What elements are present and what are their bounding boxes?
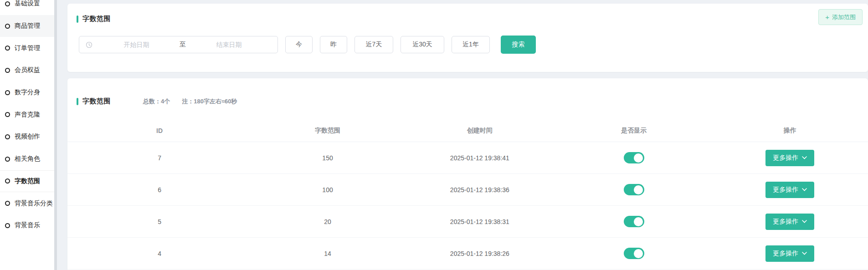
circle-icon <box>5 178 10 183</box>
sidebar-item-label: 基础设置 <box>15 0 40 8</box>
sidebar-item-label: 声音克隆 <box>15 111 40 119</box>
end-date-input[interactable] <box>187 41 271 48</box>
list-summary: 总数：4个 注：180字左右≈60秒 <box>143 97 237 106</box>
chevron-down-icon <box>802 156 807 159</box>
list-card: 字数范围 总数：4个 注：180字左右≈60秒 ID 字数范围 创建时间 是否显… <box>67 78 868 270</box>
cell-created-at: 2025-01-12 19:38:41 <box>404 154 556 162</box>
more-actions-label: 更多操作 <box>773 154 798 162</box>
filter-card-title: 字数范围 <box>77 15 111 23</box>
visibility-toggle[interactable] <box>624 216 644 227</box>
more-actions-button[interactable]: 更多操作 <box>765 150 814 166</box>
sidebar-item-label: 字数范围 <box>15 177 40 185</box>
search-button[interactable]: 搜索 <box>501 36 536 54</box>
filter-row: 至 今 昨 近7天 近30天 近1年 搜索 <box>79 36 536 54</box>
circle-icon <box>5 134 10 139</box>
sidebar-item-digital-avatar[interactable]: 数字分身 <box>0 82 57 104</box>
date-range-picker[interactable]: 至 <box>79 36 278 53</box>
sidebar-item-word-range[interactable]: 字数范围 <box>0 170 57 193</box>
sidebar-item-label: 相关角色 <box>15 155 40 163</box>
column-header-word-range: 字数范围 <box>252 127 404 135</box>
circle-icon <box>5 1 10 6</box>
column-header-actions: 操作 <box>712 127 868 135</box>
quick-range-today[interactable]: 今 <box>285 36 313 53</box>
sidebar-menu: 基础设置 商品管理 订单管理 会员权益 数字分身 声音克隆 <box>0 0 57 237</box>
sidebar-item-label: 商品管理 <box>15 22 40 30</box>
sidebar-item-label: 背景音乐分类 <box>15 199 53 208</box>
column-header-visible: 是否显示 <box>556 127 712 135</box>
main-content: 字数范围 + 添加范围 至 今 <box>57 0 868 270</box>
sidebar-item-order-management[interactable]: 订单管理 <box>0 37 57 59</box>
sidebar-item-label: 背景音乐 <box>15 221 40 229</box>
quick-range-last-30-days[interactable]: 近30天 <box>401 36 444 53</box>
plus-icon: + <box>825 14 829 20</box>
more-actions-label: 更多操作 <box>773 186 798 194</box>
add-range-button[interactable]: + 添加范围 <box>818 9 863 25</box>
circle-icon <box>5 157 10 162</box>
circle-icon <box>5 24 10 29</box>
circle-icon <box>5 201 10 206</box>
chevron-down-icon <box>802 252 807 255</box>
circle-icon <box>5 90 10 95</box>
sidebar-item-voice-clone[interactable]: 声音克隆 <box>0 103 57 126</box>
start-date-input[interactable] <box>94 41 179 48</box>
sidebar-item-bgm-category[interactable]: 背景音乐分类 <box>0 192 57 214</box>
quick-range-last-7-days[interactable]: 近7天 <box>354 36 393 53</box>
quick-range-last-1-year[interactable]: 近1年 <box>452 36 490 53</box>
filter-card: 字数范围 + 添加范围 至 今 <box>67 4 868 72</box>
sidebar-item-member-benefits[interactable]: 会员权益 <box>0 59 57 82</box>
cell-id: 7 <box>67 154 252 162</box>
more-actions-button[interactable]: 更多操作 <box>765 245 814 262</box>
table-row: 5 20 2025-01-12 19:38:31 更多操作 <box>67 206 868 238</box>
note-label: 注：180字左右≈60秒 <box>182 97 237 106</box>
list-title: 字数范围 <box>82 97 111 106</box>
toggle-knob <box>634 249 643 258</box>
visibility-toggle[interactable] <box>624 248 644 259</box>
circle-icon <box>5 112 10 117</box>
sidebar-item-label: 视频创作 <box>15 132 40 141</box>
sidebar: 基础设置 商品管理 订单管理 会员权益 数字分身 声音克隆 <box>0 0 57 270</box>
sidebar-item-label: 数字分身 <box>15 88 40 97</box>
sidebar-item-related-roles[interactable]: 相关角色 <box>0 148 57 170</box>
cell-word-range: 14 <box>252 250 404 257</box>
cell-created-at: 2025-01-12 19:38:36 <box>404 186 556 194</box>
add-range-label: 添加范围 <box>832 13 856 21</box>
circle-icon <box>5 68 10 73</box>
circle-icon <box>5 223 10 228</box>
cell-created-at: 2025-01-12 19:38:31 <box>404 218 556 225</box>
date-separator: 至 <box>179 41 187 49</box>
more-actions-button[interactable]: 更多操作 <box>765 214 814 230</box>
cell-word-range: 150 <box>252 154 404 162</box>
sidebar-item-label: 会员权益 <box>15 66 40 74</box>
cell-id: 6 <box>67 186 252 194</box>
sidebar-item-label: 订单管理 <box>15 44 40 52</box>
circle-icon <box>5 46 10 51</box>
table-row: 7 150 2025-01-12 19:38:41 更多操作 <box>67 142 868 174</box>
sidebar-item-product-management[interactable]: 商品管理 <box>0 15 57 37</box>
sidebar-item-video-creation[interactable]: 视频创作 <box>0 126 57 148</box>
column-header-created-at: 创建时间 <box>404 127 556 135</box>
quick-range-yesterday[interactable]: 昨 <box>320 36 347 53</box>
sidebar-item-basic-settings[interactable]: 基础设置 <box>0 0 57 15</box>
sidebar-scrollbar[interactable] <box>54 0 57 270</box>
table-header-row: ID 字数范围 创建时间 是否显示 操作 <box>67 119 868 142</box>
more-actions-label: 更多操作 <box>773 250 798 258</box>
more-actions-button[interactable]: 更多操作 <box>765 182 814 198</box>
chevron-down-icon <box>802 220 807 223</box>
title-accent-bar <box>77 15 78 23</box>
cell-id: 5 <box>67 218 252 225</box>
column-header-id: ID <box>67 127 252 134</box>
toggle-knob <box>634 185 643 194</box>
toggle-knob <box>634 217 643 226</box>
visibility-toggle[interactable] <box>624 184 644 195</box>
cell-word-range: 100 <box>252 186 404 194</box>
more-actions-label: 更多操作 <box>773 218 798 226</box>
toggle-knob <box>634 153 643 163</box>
table-row: 4 14 2025-01-12 19:38:26 更多操作 <box>67 238 868 270</box>
clock-icon <box>86 41 92 48</box>
list-card-title: 字数范围 总数：4个 注：180字左右≈60秒 <box>77 97 237 106</box>
page-title: 字数范围 <box>82 15 111 23</box>
sidebar-item-bgm[interactable]: 背景音乐 <box>0 214 57 237</box>
cell-word-range: 20 <box>252 218 404 225</box>
cell-created-at: 2025-01-12 19:38:26 <box>404 250 556 257</box>
visibility-toggle[interactable] <box>624 152 644 163</box>
